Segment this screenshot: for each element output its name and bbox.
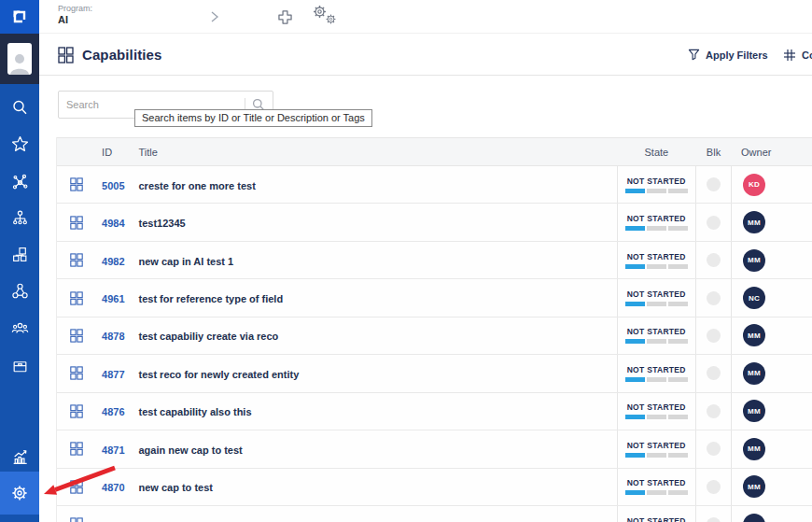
blocker-dot (707, 517, 721, 522)
sidebar-item-orgchart[interactable] (0, 236, 39, 272)
topbar: Program: AI (39, 0, 812, 34)
program-value: AI (58, 14, 92, 27)
user-avatar[interactable] (0, 34, 39, 84)
page-title: Capabilities (82, 47, 161, 63)
owner-initials: MM (748, 369, 761, 377)
table-header-row: ID Title State Blk Owner (57, 137, 812, 166)
row-id-link[interactable]: 4961 (102, 293, 124, 304)
col-header-owner: Owner (731, 138, 812, 165)
row-id-link[interactable]: 4984 (102, 218, 124, 229)
row-id-link[interactable]: 4870 (102, 482, 124, 493)
row-title: test reco for newly created entity (138, 369, 299, 380)
table-row[interactable]: 4982 new cap in AI test 1 NOT STARTED MM (57, 242, 812, 279)
row-title: test12345 (138, 218, 185, 229)
sidebar-item-search[interactable] (0, 90, 39, 125)
table-row[interactable]: 4870 new cap to test NOT STARTED MM (57, 469, 812, 506)
blocker-dot (707, 216, 721, 230)
sidebar-item-analytics[interactable] (0, 439, 39, 474)
row-id-link[interactable]: 4877 (102, 369, 124, 380)
capability-grid-icon[interactable] (70, 480, 83, 494)
table-row[interactable]: 4878 test capabiliy create via reco NOT … (57, 317, 812, 355)
share-icon (11, 282, 29, 300)
row-id-link[interactable]: 4982 (102, 256, 124, 267)
sidebar-item-network[interactable] (0, 163, 39, 199)
state-label: NOT STARTED (627, 252, 686, 261)
network-icon (11, 173, 29, 190)
sidebar-item-favorites[interactable] (0, 126, 39, 162)
owner-avatar[interactable]: MM (743, 211, 765, 233)
row-id-link[interactable]: 5005 (102, 180, 124, 191)
state-label: NOT STARTED (627, 365, 686, 374)
table-row[interactable]: 4871 again new cap to test NOT STARTED M… (57, 430, 812, 468)
state-label: NOT STARTED (627, 214, 686, 223)
grid-icon (58, 47, 74, 63)
table-row[interactable]: 4877 test reco for newly created entity … (57, 355, 812, 392)
table-row[interactable]: 4961 test for reference type of field NO… (57, 279, 812, 317)
state-label: NOT STARTED (627, 516, 686, 522)
sidebar-item-settings[interactable] (0, 472, 39, 515)
state-progress-bar (625, 339, 688, 344)
owner-avatar[interactable]: MM (743, 249, 765, 272)
owner-avatar[interactable]: MM (743, 438, 765, 460)
owner-initials: MM (748, 332, 761, 340)
capability-grid-icon[interactable] (70, 404, 83, 418)
row-title: test capabiliy create via reco (138, 331, 278, 342)
capability-grid-icon[interactable] (70, 517, 83, 522)
owner-avatar[interactable]: MM (743, 475, 765, 498)
capability-grid-icon[interactable] (70, 253, 83, 267)
capability-grid-icon[interactable] (70, 442, 83, 456)
add-button[interactable] (271, 0, 299, 34)
star-icon (11, 135, 29, 153)
row-id-link[interactable]: 4878 (102, 331, 124, 342)
owner-avatar[interactable]: NC (743, 287, 765, 309)
avatar (7, 43, 32, 75)
table-row[interactable]: 4876 test capability also this NOT START… (57, 393, 812, 430)
state-label: NOT STARTED (627, 289, 686, 299)
row-id-link[interactable]: 4876 (102, 406, 124, 417)
owner-avatar[interactable]: KD (743, 174, 765, 196)
sidebar-item-share[interactable] (0, 273, 39, 308)
row-id-link[interactable]: 4871 (102, 444, 124, 456)
settings-gears-button[interactable] (308, 0, 345, 34)
owner-initials: MM (748, 444, 761, 453)
blocker-dot (707, 404, 721, 418)
owner-avatar[interactable] (743, 514, 765, 522)
blocker-dot (707, 366, 721, 380)
apply-filters-button[interactable]: Apply Filters (688, 34, 768, 76)
chart-icon (11, 448, 29, 466)
sidebar-item-hierarchy[interactable] (0, 200, 39, 235)
capability-grid-icon[interactable] (70, 329, 83, 343)
add-icon (276, 8, 294, 26)
sidebar-item-team[interactable] (0, 310, 39, 346)
owner-initials: KD (749, 180, 760, 189)
table-row[interactable]: 4984 test12345 NOT STARTED MM (57, 204, 812, 241)
columns-button[interactable]: Columns (783, 34, 812, 76)
apply-filters-label: Apply Filters (706, 49, 768, 61)
search-tooltip: Search items by ID or Title or Descripti… (134, 109, 372, 127)
owner-avatar[interactable]: MM (743, 362, 765, 385)
content-header: Capabilities Apply Filters Columns (39, 34, 812, 76)
capability-grid-icon[interactable] (70, 216, 83, 230)
owner-initials: MM (748, 256, 761, 264)
owner-initials: MM (748, 219, 761, 227)
state-progress-bar (625, 453, 688, 458)
row-title: new cap to test (138, 482, 212, 493)
settings-gears-icon (310, 3, 343, 31)
capability-grid-icon[interactable] (70, 366, 83, 380)
app-logo[interactable] (0, 0, 39, 34)
owner-avatar[interactable]: MM (743, 400, 765, 422)
table-row[interactable]: 5005 creste for one more test NOT STARTE… (57, 166, 812, 204)
capability-grid-icon[interactable] (70, 177, 83, 191)
capability-grid-icon[interactable] (70, 291, 83, 305)
program-selector[interactable]: Program: AI (58, 4, 92, 27)
state-cell: NOT STARTED (617, 204, 696, 240)
sidebar-item-box[interactable] (0, 348, 39, 384)
table-row[interactable]: NOT STARTED (57, 506, 812, 522)
state-progress-bar (625, 490, 688, 495)
state-cell: NOT STARTED (617, 242, 696, 278)
capabilities-table: ID Title State Blk Owner 5005 creste for… (56, 137, 812, 522)
blocker-dot (707, 480, 721, 494)
state-cell: NOT STARTED (617, 506, 696, 522)
owner-avatar[interactable]: MM (743, 324, 765, 346)
owner-initials: MM (748, 407, 761, 416)
